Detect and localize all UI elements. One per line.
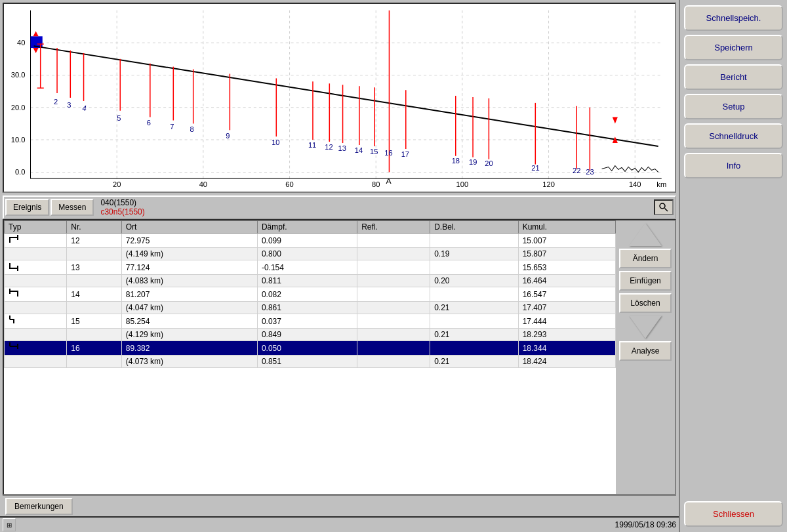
status-icon-button[interactable]: ⊞ (3, 518, 16, 531)
table-cell: 0.050 (257, 341, 357, 356)
table-row[interactable]: 1377.124-0.15415.653 (5, 260, 616, 275)
svg-text:100: 100 (456, 180, 469, 188)
svg-text:120: 120 (542, 180, 555, 188)
col-dbel: D.Bel. (430, 221, 519, 234)
schnelldruck-button[interactable]: Schnelldruck (684, 123, 783, 149)
analyse-button[interactable]: Analyse (619, 341, 672, 361)
svg-text:8: 8 (190, 125, 194, 133)
svg-text:km: km (656, 180, 666, 188)
table-cell: 17.407 (518, 302, 615, 314)
table-cell (67, 275, 121, 287)
loschen-button[interactable]: Löschen (619, 293, 672, 313)
table-cell: 15.653 (518, 260, 615, 275)
table-cell: 14 (67, 287, 121, 302)
table-cell: 17.444 (518, 314, 615, 329)
table-cell (430, 260, 519, 275)
table-cell: 13 (67, 260, 121, 275)
table-cell: 0.800 (257, 248, 357, 260)
svg-line-83 (665, 209, 668, 212)
table-cell-type (5, 287, 67, 302)
svg-text:A: A (386, 176, 391, 186)
einfugen-button[interactable]: Einfügen (619, 271, 672, 291)
table-cell: 0.811 (257, 275, 357, 287)
setup-button[interactable]: Setup (684, 94, 783, 119)
table-cell: 0.21 (430, 356, 519, 368)
svg-text:11: 11 (308, 141, 316, 149)
messen-tab[interactable]: Messen (50, 199, 94, 216)
table-cell-type (5, 248, 67, 260)
data-section: Ereignis Messen 040(1550) c30n5(1550) (3, 195, 676, 516)
info-button[interactable]: Info (684, 153, 783, 178)
table-row[interactable]: 1272.9750.09915.007 (5, 234, 616, 248)
table-cell (430, 314, 519, 329)
schliessen-button[interactable]: Schliessen (684, 501, 783, 527)
svg-text:140: 140 (629, 180, 641, 188)
col-dampf: Dämpf. (257, 221, 357, 234)
right-sidebar: Schnellspeich. Speichern Bericht Setup S… (679, 0, 787, 532)
table-cell (67, 248, 121, 260)
col-refl: Refl. (357, 221, 430, 234)
table-cell: 89.382 (121, 341, 257, 356)
chart-area: 0.0 10.0 20.0 30.0 40 20 40 60 80 100 12… (3, 3, 676, 193)
table-row[interactable]: 1481.2070.08216.547 (5, 287, 616, 302)
data-table-container: Typ Nr. Ort Dämpf. Refl. D.Bel. Kumul. (3, 219, 676, 495)
scroll-down-button[interactable] (629, 316, 662, 338)
measurements-table: Typ Nr. Ort Dämpf. Refl. D.Bel. Kumul. (4, 220, 616, 368)
table-cell-type (5, 341, 67, 356)
table-cell: -0.154 (257, 260, 357, 275)
table-cell (67, 302, 121, 314)
table-cell (430, 234, 519, 248)
bemerkungen-button[interactable]: Bemerkungen (5, 498, 73, 515)
col-typ: Typ (5, 221, 67, 234)
table-cell: 0.099 (257, 234, 357, 248)
speichern-button[interactable]: Speichern (684, 35, 783, 60)
svg-text:40: 40 (199, 180, 207, 188)
table-cell (357, 248, 430, 260)
table-cell: 81.207 (121, 287, 257, 302)
table-cell (67, 356, 121, 368)
svg-text:12: 12 (325, 143, 333, 151)
search-button[interactable] (654, 199, 674, 215)
table-cell: (4.083 km) (121, 275, 257, 287)
table-cell: 0.861 (257, 302, 357, 314)
svg-rect-0 (4, 4, 675, 192)
table-row[interactable]: (4.073 km)0.8510.2118.424 (5, 356, 616, 368)
svg-text:13: 13 (338, 144, 346, 152)
left-panel: 0.0 10.0 20.0 30.0 40 20 40 60 80 100 12… (0, 0, 679, 532)
table-cell: 72.975 (121, 234, 257, 248)
svg-text:19: 19 (469, 158, 477, 166)
tab-info-line2: c30n5(1550) (100, 207, 144, 216)
svg-text:20: 20 (113, 180, 121, 188)
table-row[interactable]: 1585.2540.03717.444 (5, 314, 616, 329)
table-row[interactable]: (4.129 km)0.8490.2118.293 (5, 329, 616, 341)
table-cell (357, 356, 430, 368)
andern-button[interactable]: Ändern (619, 249, 672, 268)
table-cell (357, 234, 430, 248)
table-row[interactable]: (4.083 km)0.8110.2016.464 (5, 275, 616, 287)
svg-text:5: 5 (117, 114, 121, 122)
scroll-up-button[interactable] (629, 223, 662, 246)
ereignis-tab[interactable]: Ereignis (5, 199, 49, 216)
svg-point-82 (660, 203, 665, 209)
table-cell (357, 260, 430, 275)
table-cell: (4.149 km) (121, 248, 257, 260)
table-cell: 16.464 (518, 275, 615, 287)
col-nr: Nr. (67, 221, 121, 234)
table-cell: 85.254 (121, 314, 257, 329)
svg-text:30.0: 30.0 (11, 72, 26, 79)
table-row[interactable]: (4.047 km)0.8610.2117.407 (5, 302, 616, 314)
tab-info: 040(1550) c30n5(1550) (100, 198, 144, 216)
table-cell (357, 314, 430, 329)
table-cell: 0.037 (257, 314, 357, 329)
table-cell (430, 287, 519, 302)
table-row[interactable]: (4.149 km)0.8000.1915.807 (5, 248, 616, 260)
table-cell (67, 329, 121, 341)
table-cell: (4.047 km) (121, 302, 257, 314)
bericht-button[interactable]: Bericht (684, 64, 783, 90)
data-table: Typ Nr. Ort Dämpf. Refl. D.Bel. Kumul. (4, 220, 616, 494)
schnellspeich-button[interactable]: Schnellspeich. (684, 5, 783, 31)
plus-icon: ⊞ (7, 522, 12, 529)
table-cell (357, 329, 430, 341)
table-cell-type (5, 275, 67, 287)
table-row[interactable]: 1689.3820.05018.344 (5, 341, 616, 356)
